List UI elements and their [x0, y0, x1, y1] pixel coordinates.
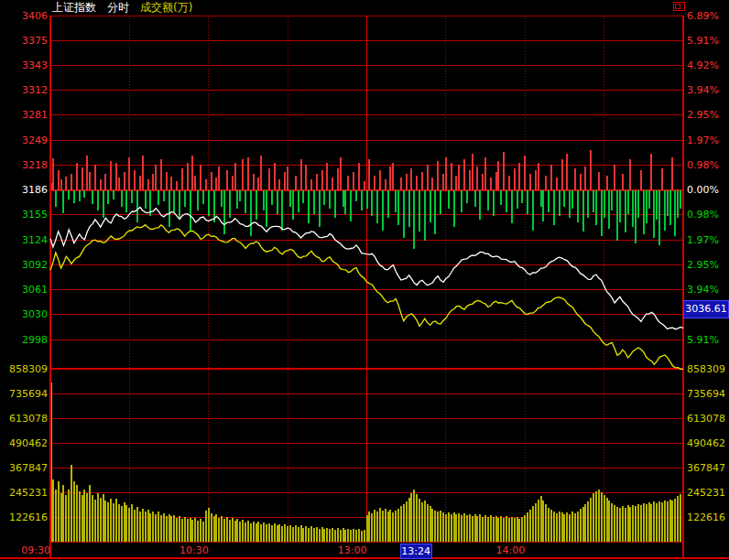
volume-bar — [382, 511, 384, 542]
volume-bar — [366, 515, 368, 542]
y-axis-price-label: 3249 — [0, 135, 48, 146]
y-axis-price-label: 3218 — [0, 159, 48, 171]
volume-bar — [667, 501, 669, 542]
updown-bar-down — [103, 190, 104, 218]
updown-bar-up — [253, 174, 255, 190]
y-axis-price-label: 3061 — [0, 284, 48, 296]
volume-bar — [474, 514, 476, 542]
updown-bar-down — [387, 190, 389, 218]
volume-bar — [358, 529, 360, 542]
volume-bar — [94, 500, 96, 542]
y-axis-pct-label: 2.95% — [687, 109, 729, 121]
updown-bar-up — [284, 172, 286, 190]
volume-bar — [190, 518, 191, 542]
updown-bar-up — [364, 181, 365, 190]
volume-axis-label-right: 367847 — [687, 462, 729, 474]
volume-bar — [344, 530, 346, 542]
updown-bar-up — [661, 168, 663, 190]
volume-bar — [239, 522, 241, 542]
updown-bar-down — [532, 190, 534, 231]
volume-axis-label-left: 367847 — [0, 462, 48, 474]
updown-bar-down — [68, 190, 70, 199]
volume-bar — [580, 509, 582, 542]
volume-bar — [508, 518, 510, 542]
updown-bar-down — [292, 190, 294, 220]
volume-bar — [347, 529, 349, 542]
y-axis-price-label: 3092 — [0, 259, 48, 271]
volume-bar — [340, 530, 342, 542]
volume-bar — [535, 503, 537, 542]
updown-bar-up — [671, 157, 673, 190]
updown-bar-down — [125, 190, 127, 212]
volume-bar — [218, 518, 220, 542]
volume-bar — [416, 494, 418, 542]
volume-bar — [517, 517, 518, 542]
volume-axis-label-left: 613078 — [0, 413, 48, 425]
updown-bar-down — [329, 190, 331, 209]
volume-bar — [646, 504, 647, 542]
updown-bar-up — [234, 163, 236, 190]
updown-bar-up — [268, 168, 270, 190]
updown-bar-up — [142, 156, 144, 190]
volume-bar — [295, 525, 297, 542]
volume-bar — [197, 521, 199, 542]
updown-bar-down — [664, 190, 666, 231]
updown-bar-down — [474, 190, 476, 207]
volume-axis-label-right: 245231 — [687, 487, 729, 499]
updown-bar-up — [226, 170, 228, 190]
updown-bar-up — [176, 181, 178, 190]
updown-bar-up — [194, 176, 196, 190]
volume-bar — [350, 530, 352, 542]
updown-bar-down — [403, 190, 405, 238]
volume-bar — [389, 510, 391, 542]
volume-bar — [451, 514, 452, 542]
updown-bar-down — [553, 190, 555, 225]
updown-bar-down — [250, 190, 252, 236]
updown-bar-down — [611, 190, 613, 210]
volume-bar — [284, 524, 286, 542]
updown-bar-up — [503, 152, 505, 190]
updown-bar-down — [202, 190, 204, 204]
volume-bar — [319, 529, 321, 542]
volume-bar — [115, 499, 117, 542]
volume-bar — [289, 525, 291, 542]
chart-canvas[interactable] — [0, 0, 729, 560]
updown-bar-down — [582, 190, 584, 232]
volume-bar — [392, 512, 394, 542]
volume-bar — [385, 509, 386, 542]
updown-bar-down — [55, 190, 57, 207]
updown-bar-up — [451, 163, 452, 190]
updown-bar-down — [680, 190, 681, 209]
updown-bar-down — [527, 190, 528, 214]
updown-bar-down — [245, 190, 246, 213]
updown-bar-up — [431, 178, 433, 190]
volume-bar — [287, 526, 288, 542]
volume-bar — [521, 517, 523, 542]
volume-bar — [563, 514, 565, 542]
volume-bar — [221, 516, 223, 542]
volume-bar — [176, 518, 178, 542]
updown-bar-down — [223, 190, 225, 234]
updown-bar-up — [358, 163, 360, 190]
volume-bar — [205, 511, 207, 542]
volume-bar — [680, 494, 681, 542]
volume-bar — [614, 505, 615, 542]
updown-bar-up — [200, 165, 201, 190]
updown-bar-down — [83, 190, 85, 198]
volume-axis-label-left: 245231 — [0, 487, 48, 499]
updown-bar-down — [466, 190, 468, 203]
updown-bar-down — [302, 190, 304, 203]
volume-bar — [131, 504, 133, 542]
y-axis-pct-label: 2.95% — [687, 259, 729, 271]
volume-bar — [60, 493, 62, 542]
volume-bar — [556, 513, 558, 542]
volume-bar — [236, 519, 238, 542]
updown-bar-down — [569, 190, 571, 218]
updown-bar-down — [113, 190, 114, 199]
volume-bar — [136, 507, 138, 542]
updown-bar-up — [211, 172, 212, 190]
updown-bar-up — [316, 174, 318, 190]
updown-bar-down — [493, 190, 495, 216]
volume-bar — [430, 506, 431, 542]
updown-bar-up — [482, 174, 484, 190]
